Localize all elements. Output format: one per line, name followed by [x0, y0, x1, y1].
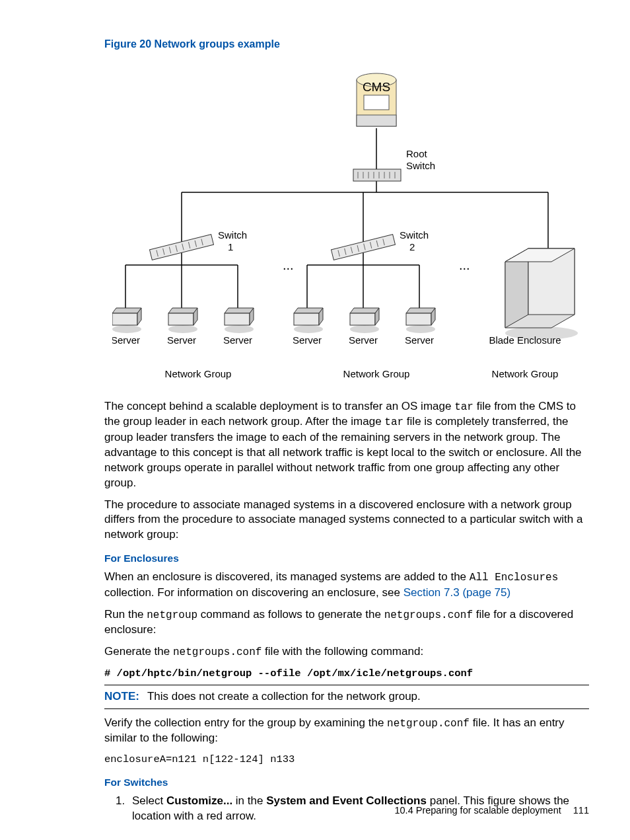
server-icon: [294, 308, 323, 333]
server-icon: [350, 308, 379, 333]
cms-label: CMS: [363, 80, 390, 94]
svg-rect-53: [168, 313, 193, 325]
switch2-label-2: 2: [409, 241, 415, 252]
svg-point-47: [112, 325, 141, 333]
svg-rect-17: [357, 115, 396, 126]
link-section-7-3[interactable]: Section 7.3 (page 75): [403, 586, 511, 599]
server-icon: [225, 308, 254, 333]
server-label: Server: [293, 334, 322, 346]
page-footer: 10.4 Preparing for scalable deployment 1…: [394, 804, 589, 818]
section-for-enclosures: For Enclosures: [104, 552, 589, 566]
svg-point-59: [294, 325, 323, 333]
note-label: NOTE:: [104, 690, 139, 703]
code-netgroup: netgroup: [147, 609, 197, 621]
figure-caption: Figure 20 Network groups example: [104, 37, 589, 52]
body-paragraph-2: The procedure to associate managed syste…: [104, 498, 589, 543]
footer-page-number: 111: [573, 805, 589, 816]
server-label: Server: [167, 334, 196, 346]
svg-marker-48: [112, 308, 141, 313]
blade-enclosure-icon: [505, 248, 578, 340]
svg-marker-64: [350, 308, 379, 313]
svg-rect-61: [294, 313, 319, 325]
network-group-label: Network Group: [492, 368, 559, 379]
svg-rect-65: [350, 313, 375, 325]
svg-rect-19: [364, 95, 389, 110]
network-group-label: Network Group: [165, 368, 232, 379]
command-enclosure-entry: enclosureA=n121 n[122-124] n133: [104, 753, 589, 767]
svg-point-55: [225, 325, 254, 333]
server-label: Server: [349, 334, 378, 346]
enclosure-paragraph-3: Generate the netgroups.conf file with th…: [104, 644, 589, 660]
switch2-label-1: Switch: [400, 229, 429, 241]
code-tar: tar: [454, 401, 473, 413]
network-group-label: Network Group: [343, 368, 410, 379]
ellipsis-2: ...: [459, 258, 470, 272]
svg-point-63: [350, 325, 379, 333]
section-for-switches: For Switches: [104, 776, 589, 790]
server-label: Server: [405, 334, 434, 346]
enclosure-paragraph-4: Verify the collection entry for the grou…: [104, 716, 589, 747]
code-all-enclosures: All Enclosures: [470, 572, 558, 584]
svg-marker-56: [225, 308, 254, 313]
server-icon: [112, 308, 141, 333]
enclosure-paragraph-2: Run the netgroup command as follows to g…: [104, 607, 589, 638]
svg-marker-68: [406, 308, 435, 313]
command-netgroup: # /opt/hptc/bin/netgroup --ofile /opt/mx…: [104, 667, 589, 681]
svg-point-67: [406, 325, 435, 333]
svg-rect-49: [112, 313, 137, 325]
code-netgroup-conf: netgroup.conf: [387, 718, 470, 730]
body-paragraph-1: The concept behind a scalable deployment…: [104, 399, 589, 491]
note-box: NOTE:This does not create a collection f…: [104, 685, 589, 709]
switch1-label-1: Switch: [218, 229, 247, 241]
blade-label: Blade Enclosure: [489, 334, 561, 346]
enclosure-paragraph-1: When an enclosure is discovered, its man…: [104, 570, 589, 601]
server-icon: [168, 308, 197, 333]
switch1-label-2: 1: [228, 241, 233, 252]
code-tar: tar: [384, 416, 403, 428]
note-text: This does not create a collection for th…: [147, 690, 421, 703]
server-icon: [406, 308, 435, 333]
server-label: Server: [112, 334, 140, 346]
code-netgroups-conf: netgroups.conf: [173, 646, 262, 658]
ellipsis-1: ...: [283, 258, 294, 272]
svg-marker-60: [294, 308, 323, 313]
svg-rect-20: [353, 169, 401, 181]
footer-section: 10.4 Preparing for scalable deployment: [394, 805, 561, 816]
root-switch-label-2: Switch: [406, 160, 435, 171]
server-label: Server: [223, 334, 252, 346]
root-switch-icon: [353, 169, 401, 181]
svg-rect-57: [225, 313, 250, 325]
svg-point-51: [168, 325, 197, 333]
code-netgroups-conf: netgroups.conf: [384, 609, 473, 621]
svg-rect-69: [406, 313, 431, 325]
customize-menu: Customize...: [166, 794, 232, 807]
network-groups-diagram: CMS Root Switch Switch 1 Switch 2 ... ..…: [112, 63, 581, 387]
svg-marker-52: [168, 308, 197, 313]
root-switch-label-1: Root: [406, 148, 428, 159]
